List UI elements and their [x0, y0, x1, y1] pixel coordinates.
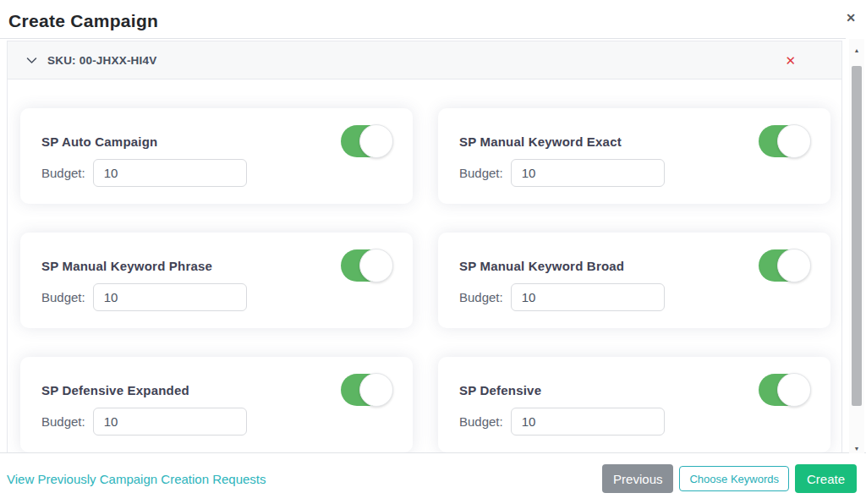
previous-button[interactable]: Previous [602, 464, 673, 493]
budget-input[interactable] [511, 408, 665, 436]
campaign-card-sp-manual-broad: SP Manual Keyword Broad Budget: [438, 233, 830, 328]
scroll-up-icon[interactable]: ▲ [849, 44, 864, 58]
modal-header: Create Campaign ✕ [0, 0, 866, 38]
budget-label: Budget: [459, 290, 503, 304]
campaign-card-sp-auto: SP Auto Campaign Budget: [20, 108, 413, 204]
campaign-title: SP Manual Keyword Broad [459, 259, 624, 273]
budget-label: Budget: [41, 166, 85, 180]
campaign-toggle[interactable] [759, 125, 809, 157]
create-button[interactable]: Create [795, 464, 857, 493]
campaign-toggle[interactable] [341, 125, 392, 157]
create-campaign-modal: Create Campaign ✕ SKU: 00-JHXX-HI4V ✕ SP… [0, 0, 866, 504]
campaign-card-sp-manual-phrase: SP Manual Keyword Phrase Budget: [20, 233, 413, 328]
scrollbar-thumb[interactable] [852, 66, 862, 406]
toggle-knob [359, 124, 393, 158]
close-icon[interactable]: ✕ [846, 12, 856, 24]
modal-title: Create Campaign [8, 11, 158, 31]
campaign-toggle[interactable] [341, 374, 392, 406]
modal-footer: View Previously Campaign Creation Reques… [0, 453, 866, 504]
toggle-knob [777, 373, 811, 407]
campaign-card-sp-manual-exact: SP Manual Keyword Exact Budget: [438, 108, 830, 204]
campaign-title: SP Manual Keyword Exact [459, 134, 622, 149]
modal-body: SKU: 00-JHXX-HI4V ✕ SP Auto Campaign Bud… [0, 38, 846, 452]
campaign-toggle[interactable] [759, 374, 809, 406]
budget-label: Budget: [41, 290, 85, 304]
view-previous-requests-link[interactable]: View Previously Campaign Creation Reques… [7, 472, 266, 486]
vertical-scrollbar[interactable]: ▲ ▼ [849, 39, 864, 461]
campaign-card-sp-defensive: SP Defensive Budget: [438, 357, 830, 452]
budget-input[interactable] [511, 159, 665, 187]
sku-accordion-header[interactable]: SKU: 00-JHXX-HI4V ✕ [8, 41, 841, 79]
campaign-title: SP Auto Campaign [41, 134, 157, 149]
campaign-toggle[interactable] [759, 249, 809, 282]
budget-input[interactable] [93, 283, 247, 311]
budget-input[interactable] [93, 408, 247, 436]
choose-keywords-button[interactable]: Choose Keywords [679, 466, 789, 491]
toggle-knob [777, 249, 811, 282]
campaign-title: SP Manual Keyword Phrase [41, 259, 212, 273]
sku-label: SKU: 00-JHXX-HI4V [47, 54, 156, 67]
budget-label: Budget: [459, 414, 503, 429]
sku-accordion: SKU: 00-JHXX-HI4V ✕ SP Auto Campaign Bud… [7, 41, 842, 452]
toggle-knob [359, 373, 393, 407]
toggle-knob [777, 124, 811, 158]
campaign-cards-grid: SP Auto Campaign Budget: SP Manual Keywo… [8, 79, 841, 452]
budget-input[interactable] [511, 283, 665, 311]
campaign-card-sp-defensive-expanded: SP Defensive Expanded Budget: [20, 357, 413, 452]
remove-sku-icon[interactable]: ✕ [785, 54, 823, 67]
toggle-knob [359, 249, 393, 282]
campaign-title: SP Defensive [459, 383, 541, 397]
chevron-down-icon [25, 54, 38, 67]
budget-label: Budget: [459, 166, 503, 180]
campaign-toggle[interactable] [341, 249, 392, 282]
campaign-title: SP Defensive Expanded [41, 383, 189, 397]
budget-input[interactable] [93, 159, 247, 187]
budget-label: Budget: [41, 414, 85, 429]
footer-buttons: Previous Choose Keywords Create [602, 464, 857, 493]
